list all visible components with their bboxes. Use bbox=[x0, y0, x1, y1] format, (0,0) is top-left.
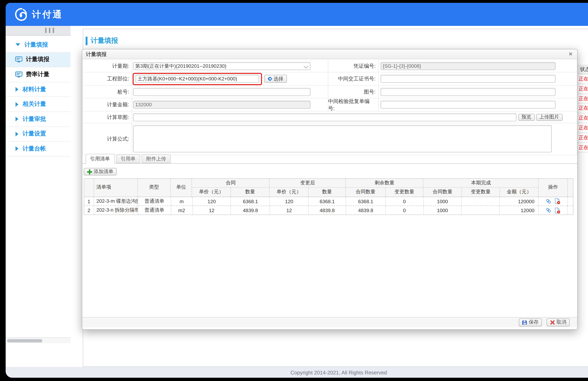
cell-contract-qty: 4839.8 bbox=[231, 206, 270, 215]
voucher-label: 凭证编号: bbox=[328, 60, 378, 72]
add-list-button[interactable]: 添加清单 bbox=[84, 168, 117, 175]
tab-quoted-form[interactable]: 引用单 bbox=[116, 154, 140, 163]
top-header: 计付通 通知 管理员 bbox=[6, 3, 588, 26]
title-accent-bar bbox=[86, 37, 87, 45]
table-row: 正在编辑 bbox=[578, 84, 588, 94]
choose-button-label: 选择 bbox=[273, 76, 283, 82]
amount-label: 计量金额: bbox=[83, 98, 132, 111]
save-button-label: 保存 bbox=[529, 319, 539, 326]
status-column-header: 状态 bbox=[578, 66, 588, 73]
preview-button-label: 预览 bbox=[522, 114, 531, 120]
work-part-field[interactable]: 土方路基(K0+000~K2+000)(K0+000-K2+000) bbox=[135, 75, 259, 83]
drawing-no-label: 图号: bbox=[328, 85, 378, 98]
cell-changed-price: 120 bbox=[270, 197, 308, 206]
col-changed-price: 单价（元） bbox=[270, 188, 308, 196]
sidebar-item-rate-measure[interactable]: 费率计量 bbox=[6, 67, 71, 82]
cancel-x-icon bbox=[550, 320, 555, 325]
cancel-button[interactable]: 取消 bbox=[546, 318, 570, 326]
colgroup-current-period: 本期完成 bbox=[424, 179, 538, 188]
save-button[interactable]: 保存 bbox=[519, 318, 542, 326]
validation-highlight-box: 土方路基(K0+000~K2+000)(K0+000-K2+000) bbox=[132, 73, 262, 85]
stake-field[interactable] bbox=[133, 88, 310, 96]
row-number: 2 bbox=[84, 206, 94, 215]
status-table: 状态 操作 正在编辑 正在编辑 正在编辑 正在编辑 正在编辑 bbox=[578, 65, 588, 153]
tab-quoted-list[interactable]: 引用清单 bbox=[85, 154, 115, 164]
work-part-label: 工程部位: bbox=[83, 72, 132, 85]
preview-button[interactable]: 预览 bbox=[518, 114, 535, 121]
status-badge: 正在编辑 bbox=[578, 95, 588, 102]
cell-remaining-change: 0 bbox=[385, 206, 423, 215]
upload-button-label: 上传图片 bbox=[539, 114, 559, 120]
sidebar-collapse-strip bbox=[6, 26, 71, 36]
table-row: 正在编辑 bbox=[578, 113, 588, 123]
cell-type: 普通清单 bbox=[138, 197, 170, 206]
cell-current-change[interactable] bbox=[461, 206, 499, 215]
sidebar: 计量填报 计量填报 费率计量 材料计量 相关计量 bbox=[6, 26, 71, 367]
sidebar-collapse-handle-icon[interactable] bbox=[45, 28, 57, 33]
voucher-field[interactable]: {SG-1}-{3}-{0008} bbox=[380, 62, 555, 70]
cell-contract-price: 12 bbox=[192, 206, 231, 215]
sidebar-group-measure-report[interactable]: 计量填报 bbox=[6, 38, 71, 52]
cell-amount: 120000 bbox=[499, 197, 538, 206]
sidebar-item-measure-report[interactable]: 计量填报 bbox=[6, 52, 71, 67]
table-row: 正在编辑 bbox=[578, 143, 588, 153]
cell-item: 202-3-n 拆除分隔带（含 bbox=[94, 206, 138, 215]
sidebar-item-label: 费率计量 bbox=[26, 71, 49, 79]
status-badge: 正在编辑 bbox=[578, 125, 588, 131]
col-contract-price: 单价（元） bbox=[192, 188, 231, 196]
period-value: 第3期(正在计量中)(20190201--20190230) bbox=[135, 63, 226, 68]
col-type: 类型 bbox=[138, 179, 170, 196]
choose-button[interactable]: 选择 bbox=[264, 75, 287, 83]
col-changed-qty: 数量 bbox=[308, 188, 345, 196]
sidebar-item-label: 计量填报 bbox=[26, 56, 49, 64]
table-row[interactable]: 1 202-3-m 碟形边沟拆除 普通清单 m 120 6368.1 120 6… bbox=[84, 197, 573, 206]
delete-row-icon[interactable] bbox=[554, 198, 560, 204]
sidebar-group-related-measure[interactable]: 相关计量 bbox=[6, 97, 71, 112]
cell-current-contract[interactable]: 1000 bbox=[423, 197, 461, 206]
handover-cert-field[interactable] bbox=[380, 75, 555, 83]
sidebar-item-label: 相关计量 bbox=[22, 100, 46, 108]
cell-current-change[interactable] bbox=[461, 197, 499, 206]
drawing-no-field[interactable] bbox=[380, 88, 555, 96]
cell-type: 普通清单 bbox=[138, 206, 170, 215]
app-title: 计付通 bbox=[32, 3, 63, 26]
stake-label: 桩号: bbox=[83, 85, 132, 98]
tab-attachment-upload[interactable]: 附件上传 bbox=[142, 154, 171, 163]
upload-image-button[interactable]: 上传图片 bbox=[536, 114, 562, 121]
table-row: 正在编辑 bbox=[578, 123, 588, 133]
close-icon[interactable]: × bbox=[567, 50, 574, 58]
sidebar-group-measure-approval[interactable]: 计量审批 bbox=[6, 112, 71, 127]
dialog-tabs: 引用清单 引用单 附件上传 bbox=[82, 155, 577, 164]
inspection-no-field[interactable] bbox=[380, 101, 555, 109]
handover-cert-label: 中间交工证书号: bbox=[328, 72, 378, 85]
sidebar-group-measure-ledger[interactable]: 计量台帐 bbox=[6, 142, 71, 156]
cell-contract-qty: 6368.1 bbox=[231, 197, 270, 206]
sidebar-hscrollbar-thumb[interactable] bbox=[7, 339, 42, 342]
chevron-down-icon bbox=[303, 64, 308, 68]
sketch-field[interactable] bbox=[133, 113, 516, 121]
cell-amount: 12000 bbox=[499, 206, 538, 215]
cell-current-contract[interactable]: 1000 bbox=[423, 206, 461, 215]
link-icon[interactable] bbox=[546, 198, 551, 204]
col-current-contract: 合同数量 bbox=[424, 188, 462, 196]
row-number: 1 bbox=[84, 197, 94, 206]
period-select[interactable]: 第3期(正在计量中)(20190201--20190230) bbox=[133, 62, 310, 70]
caret-right-icon bbox=[16, 117, 18, 122]
screen: 计付通 通知 管理员 计量填报 bbox=[0, 0, 588, 381]
inspection-no-label: 中间检验批复单编号: bbox=[328, 98, 378, 111]
formula-textarea[interactable] bbox=[133, 125, 551, 152]
sidebar-item-label: 计量设置 bbox=[22, 130, 46, 138]
table-row[interactable]: 2 202-3-n 拆除分隔带（含 普通清单 m2 12 4839.8 12 4… bbox=[84, 206, 573, 215]
measure-report-dialog: 计量填报 × 计量期: 第3期(正在计量中)(20190201--2019023… bbox=[82, 49, 578, 330]
sidebar-item-label: 计量台帐 bbox=[22, 145, 46, 153]
sidebar-group-material-measure[interactable]: 材料计量 bbox=[6, 82, 71, 97]
amount-field[interactable]: 132000 bbox=[133, 101, 310, 109]
delete-row-icon[interactable] bbox=[554, 207, 560, 213]
app-window: 计付通 通知 管理员 计量填报 bbox=[6, 3, 588, 378]
col-item: 清单项 bbox=[94, 179, 137, 196]
col-remaining-contract: 合同数量 bbox=[346, 188, 385, 196]
plus-icon bbox=[87, 169, 92, 174]
status-badge: 正在编辑 bbox=[578, 134, 588, 141]
link-icon[interactable] bbox=[546, 208, 551, 213]
sidebar-group-measure-settings[interactable]: 计量设置 bbox=[6, 127, 71, 142]
